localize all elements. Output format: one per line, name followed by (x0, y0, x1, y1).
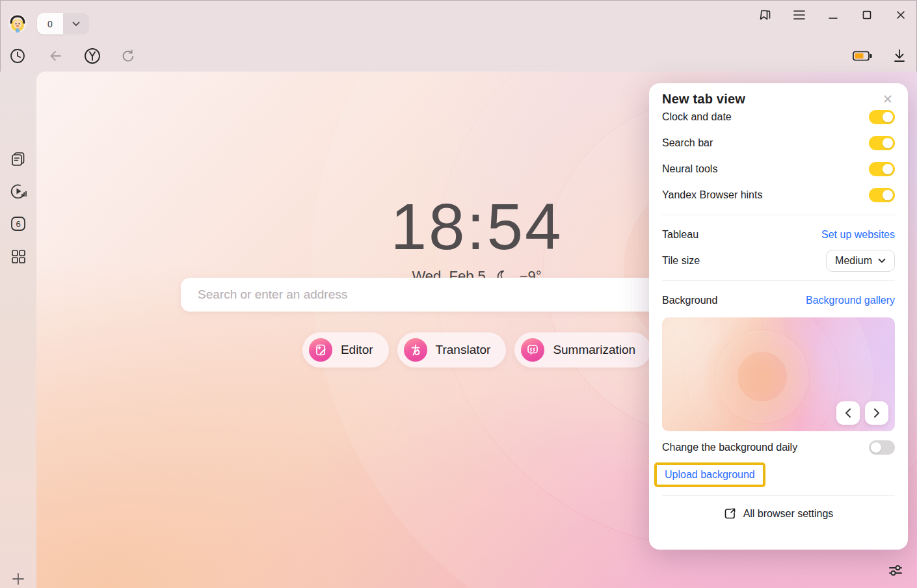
sidebar-notes-button[interactable] (0, 147, 36, 170)
bookmarks-button[interactable] (756, 5, 775, 25)
sidebar-media-button[interactable] (0, 180, 36, 203)
panel-title: New tab view (662, 92, 745, 107)
tab-group: 0 (37, 13, 89, 34)
translator-icon (404, 338, 427, 362)
panel-divider (662, 280, 895, 281)
active-tab[interactable]: 0 (37, 13, 63, 34)
tile-size-select[interactable]: Medium (826, 250, 895, 272)
toggle-row-clock-and-date: Clock and date (662, 104, 895, 130)
apps-grid-icon (10, 248, 27, 265)
clock-and-date-toggle[interactable] (869, 110, 895, 124)
sidebar-add-panel-button[interactable] (0, 567, 36, 588)
download-icon (892, 48, 907, 64)
back-button[interactable] (44, 44, 68, 68)
tile-size-value: Medium (835, 255, 872, 267)
battery-saver-button[interactable] (851, 44, 874, 68)
toggle-label: Clock and date (662, 111, 732, 123)
close-window-button[interactable] (891, 5, 910, 25)
next-background-button[interactable] (865, 401, 888, 425)
maximize-icon (862, 10, 872, 20)
menu-button[interactable] (790, 5, 809, 25)
panel-divider (662, 215, 895, 215)
history-clock-icon (10, 48, 25, 64)
chevron-left-icon (845, 408, 851, 418)
sidebar: 6 (0, 72, 36, 588)
history-button[interactable] (6, 44, 29, 68)
daily-background-row: Change the background daily (662, 434, 895, 461)
upload-background-highlight: Upload background (654, 462, 765, 487)
toggle-label: Yandex Browser hints (662, 189, 762, 201)
toggle-row-neural-tools: Neural tools (662, 156, 895, 182)
chevron-right-icon (873, 408, 880, 418)
avatar-girl-icon (8, 14, 27, 33)
all-browser-settings-label: All browser settings (743, 508, 834, 520)
all-browser-settings-button[interactable]: All browser settings (662, 496, 895, 531)
summarization-button[interactable]: Summarization (514, 332, 651, 368)
maximize-button[interactable] (857, 5, 877, 25)
notes-icon (10, 150, 27, 167)
upload-background-link[interactable]: Upload background (665, 469, 755, 480)
window-controls (756, 5, 910, 25)
toolbar (0, 40, 917, 72)
background-row: Background Background gallery (662, 287, 895, 314)
media-play-icon (9, 182, 27, 200)
neural-tools-toggle[interactable] (869, 162, 895, 176)
tune-sliders-icon (887, 562, 904, 579)
editor-button[interactable]: Editor (302, 332, 389, 368)
toggle-row-browser-hints: Yandex Browser hints (662, 182, 895, 208)
tableau-label: Tableau (662, 229, 698, 241)
background-label: Background (662, 295, 717, 306)
tableau-row: Tableau Set up websites (662, 222, 895, 248)
close-icon (896, 10, 906, 20)
daily-background-toggle[interactable] (869, 440, 895, 455)
reload-button[interactable] (116, 44, 140, 68)
tab-list-dropdown[interactable] (63, 13, 89, 34)
panel-close-button[interactable]: ✕ (881, 92, 895, 106)
editor-icon (309, 338, 332, 362)
previous-background-button[interactable] (836, 401, 860, 425)
yandex-logo-icon (84, 47, 101, 64)
summarization-label: Summarization (553, 343, 635, 357)
extensions-count-label: 6 (16, 219, 20, 229)
sidebar-extensions-button[interactable]: 6 (0, 212, 36, 235)
toggle-label: Neural tools (662, 163, 717, 175)
tab-count-label: 0 (47, 19, 53, 29)
editor-label: Editor (341, 343, 373, 357)
new-tab-view-panel: New tab view ✕ Clock and date Search bar… (649, 83, 908, 550)
daily-background-label: Change the background daily (662, 442, 797, 453)
set-up-websites-link[interactable]: Set up websites (821, 229, 895, 241)
background-gallery-link[interactable]: Background gallery (806, 295, 895, 306)
chevron-down-icon (72, 21, 80, 27)
downloads-button[interactable] (888, 44, 911, 68)
background-preview (662, 317, 895, 431)
browser-window: 0 (0, 0, 917, 588)
page-settings-button[interactable] (886, 561, 905, 580)
minimize-icon (828, 10, 838, 20)
toggle-row-search-bar: Search bar (662, 130, 895, 156)
bookmarks-icon (758, 8, 773, 22)
tile-size-row: Tile size Medium (662, 248, 895, 274)
reload-icon (120, 48, 136, 64)
chevron-down-icon (878, 258, 886, 263)
browser-hints-toggle[interactable] (869, 188, 895, 202)
external-link-icon (724, 507, 736, 520)
summarization-icon (521, 338, 544, 362)
plus-icon (10, 571, 26, 587)
translator-label: Translator (436, 343, 491, 357)
search-bar-toggle[interactable] (869, 136, 895, 150)
translator-button[interactable]: Translator (397, 332, 507, 368)
toggle-label: Search bar (662, 137, 713, 149)
tile-size-label: Tile size (662, 255, 700, 267)
profile-avatar[interactable] (8, 14, 27, 33)
hamburger-icon (793, 10, 806, 20)
minimize-button[interactable] (823, 5, 843, 25)
back-arrow-icon (48, 48, 64, 64)
battery-icon (852, 49, 873, 62)
sidebar-services-button[interactable] (0, 245, 36, 268)
tab-strip: 0 (0, 0, 917, 40)
yandex-home-button[interactable] (81, 44, 104, 68)
